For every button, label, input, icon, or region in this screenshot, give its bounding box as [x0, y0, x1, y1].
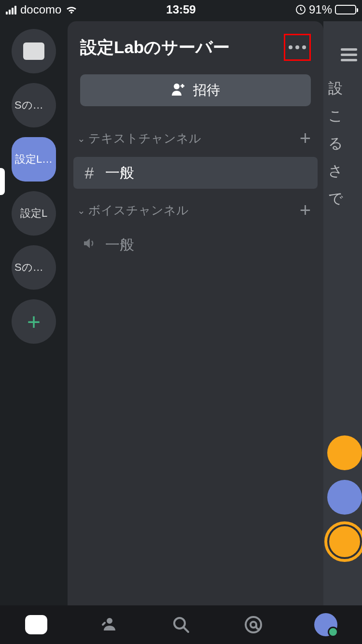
category-name: テキストチャンネル — [88, 130, 201, 146]
bottom-tab-bar — [0, 605, 362, 644]
hash-icon: # — [81, 164, 97, 182]
direct-messages-button[interactable] — [12, 29, 56, 73]
user-avatar-icon — [314, 613, 337, 636]
at-icon — [243, 614, 264, 635]
discord-icon — [25, 615, 47, 634]
voice-channel-item[interactable]: 一般 — [73, 229, 318, 261]
speech-bubble-icon — [23, 42, 44, 60]
friends-icon — [98, 614, 119, 635]
server-icon-active[interactable]: 設定L… — [12, 137, 56, 182]
invite-button[interactable]: 招待 — [80, 74, 311, 106]
tab-search[interactable] — [167, 610, 195, 639]
svg-point-1 — [174, 84, 180, 89]
tab-home[interactable] — [22, 610, 51, 639]
plus-icon: + — [27, 308, 41, 335]
channel-view-preview[interactable]: 設 こ る さ で — [323, 21, 362, 605]
channel-name: 一般 — [105, 235, 134, 255]
chevron-down-icon: ⌄ — [77, 205, 85, 216]
server-icon[interactable]: Sのサ… — [12, 245, 56, 290]
server-rail: Sのサ… 設定L… 設定L Sのサ… + — [0, 19, 68, 605]
server-title: 設定Labのサーバー — [80, 36, 230, 59]
server-icon-label: Sのサ… — [14, 260, 53, 275]
avatar — [327, 480, 362, 515]
active-server-indicator — [0, 168, 5, 195]
ellipsis-icon — [289, 45, 306, 49]
avatar — [327, 435, 362, 470]
carrier-label: docomo — [20, 3, 61, 16]
tab-mentions[interactable] — [239, 610, 268, 639]
wifi-icon — [65, 5, 78, 14]
search-icon — [170, 614, 192, 635]
battery-percent: 91% — [309, 3, 332, 16]
server-icon[interactable]: Sのサ… — [12, 83, 56, 127]
tab-friends[interactable] — [94, 610, 123, 639]
tab-profile[interactable] — [311, 610, 340, 639]
status-bar: docomo 13:59 91% — [0, 0, 362, 19]
hamburger-icon — [341, 48, 357, 61]
orientation-lock-icon — [295, 4, 306, 15]
channel-panel: 設定Labのサーバー 招待 ⌄ テキストチャンネル + # 一般 — [68, 21, 323, 605]
channel-category-header[interactable]: ⌄ ボイスチャンネル + — [68, 191, 323, 227]
add-server-button[interactable]: + — [12, 299, 56, 344]
category-name: ボイスチャンネル — [88, 202, 189, 218]
speaker-icon — [81, 236, 97, 254]
server-menu-button[interactable] — [284, 34, 311, 61]
cellular-signal-icon — [6, 5, 16, 14]
svg-point-3 — [246, 617, 261, 632]
channel-name: 一般 — [105, 163, 134, 183]
channel-category-header[interactable]: ⌄ テキストチャンネル + — [68, 119, 323, 155]
clock: 13:59 — [166, 3, 195, 16]
server-icon[interactable]: 設定L — [12, 191, 56, 236]
server-icon-label: Sのサ… — [14, 98, 53, 112]
battery-icon — [335, 5, 356, 14]
avatar — [327, 524, 362, 559]
text-channel-item[interactable]: # 一般 — [73, 157, 318, 189]
server-icon-label: 設定L… — [15, 152, 53, 167]
add-channel-button[interactable]: + — [300, 127, 311, 149]
welcome-text-fragment: 設 こ る さ で — [328, 74, 343, 212]
invite-label: 招待 — [193, 81, 220, 99]
server-header: 設定Labのサーバー — [68, 21, 323, 70]
person-add-icon — [171, 82, 186, 99]
chevron-down-icon: ⌄ — [77, 133, 85, 144]
add-channel-button[interactable]: + — [300, 199, 311, 221]
server-icon-label: 設定L — [20, 206, 47, 221]
